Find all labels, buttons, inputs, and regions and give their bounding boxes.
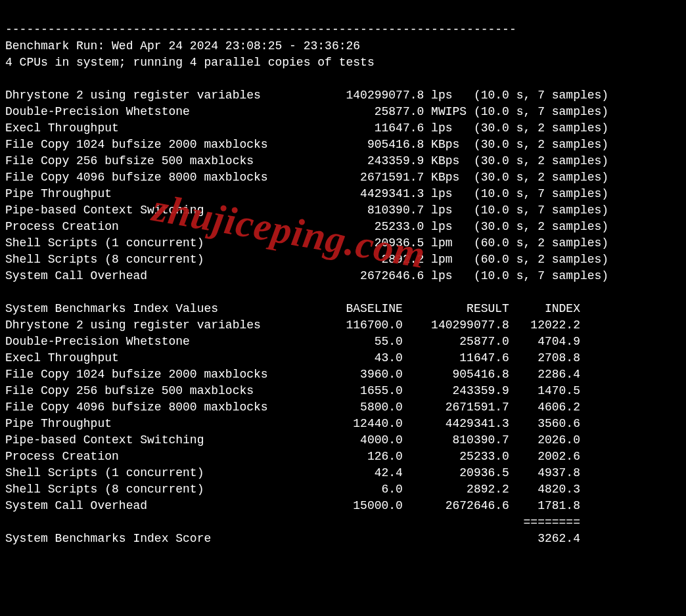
index-rule-line: ======== [5, 516, 580, 529]
index-header-row: System Benchmarks Index Values BASELINE … [5, 302, 580, 315]
index-score-line: System Benchmarks Index Score 3262.4 [5, 532, 580, 545]
benchmark-tests-block: Dhrystone 2 using register variables 140… [5, 89, 608, 282]
terminal-output: ----------------------------------------… [0, 0, 686, 569]
separator-line: ----------------------------------------… [5, 23, 516, 36]
benchmark-run-line: Benchmark Run: Wed Apr 24 2024 23:08:25 … [5, 39, 360, 53]
cpu-info-line: 4 CPUs in system; running 4 parallel cop… [5, 56, 375, 69]
index-values-block: Dhrystone 2 using register variables 116… [5, 319, 580, 512]
